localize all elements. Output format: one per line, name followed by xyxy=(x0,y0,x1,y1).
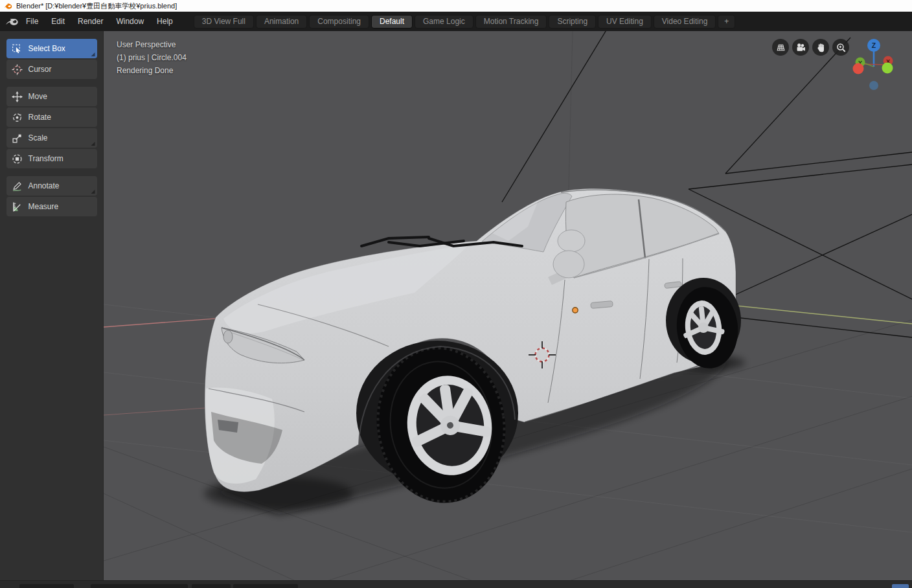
statusbar-partial-widget xyxy=(91,584,188,588)
move-icon xyxy=(12,91,23,102)
tab-scripting[interactable]: Scripting xyxy=(549,15,596,28)
select-box-icon xyxy=(12,43,23,54)
statusbar-partial-widget xyxy=(233,584,298,588)
toggle-ortho-grid-button[interactable] xyxy=(772,39,789,56)
tab-default[interactable]: Default xyxy=(371,15,413,28)
tab-animation[interactable]: Animation xyxy=(256,15,307,28)
blender-logo-icon-mono xyxy=(5,16,19,27)
tool-sidebar: Select Box Cursor Move Rotate xyxy=(0,31,104,580)
grid-ortho-icon xyxy=(776,43,786,52)
tool-label: Scale xyxy=(28,133,48,142)
tab-compositing[interactable]: Compositing xyxy=(309,15,369,28)
active-object-label: (1) prius | Circle.004 xyxy=(117,51,187,64)
gizmo-z-label: Z xyxy=(872,41,876,49)
blender-logo-icon xyxy=(4,2,12,10)
viewport-scene[interactable] xyxy=(104,31,912,580)
gizmo-x-negative[interactable] xyxy=(853,63,864,74)
annotate-icon xyxy=(12,181,23,192)
tool-cursor[interactable]: Cursor xyxy=(6,60,97,79)
tool-move[interactable]: Move xyxy=(6,87,97,106)
navigation-gizmo[interactable]: Z Y X xyxy=(848,31,901,93)
menu-render[interactable]: Render xyxy=(71,12,109,31)
subtool-corner-marker xyxy=(91,142,95,146)
tool-label: Select Box xyxy=(28,44,65,53)
statusbar-sliver xyxy=(0,580,912,588)
tool-label: Move xyxy=(28,92,47,101)
tool-label: Annotate xyxy=(28,181,60,190)
window-title: Blender* [D:¥blender¥豊田自動車学校¥prius.blend… xyxy=(16,1,177,11)
viewport-overlay-text: User Perspective (1) prius | Circle.004 … xyxy=(117,38,187,77)
tab-motion-tracking[interactable]: Motion Tracking xyxy=(475,15,547,28)
tab-game-logic[interactable]: Game Logic xyxy=(415,15,473,28)
3d-viewport[interactable]: User Perspective (1) prius | Circle.004 … xyxy=(104,31,912,580)
tool-label: Transform xyxy=(28,154,63,163)
tool-transform[interactable]: Transform xyxy=(6,149,97,168)
scale-icon xyxy=(12,133,23,144)
viewport-header-buttons xyxy=(772,39,849,56)
pan-hand-button[interactable] xyxy=(812,39,829,56)
tab-uv-editing[interactable]: UV Editing xyxy=(598,15,652,28)
object-origin-dot[interactable] xyxy=(573,308,578,313)
tool-annotate[interactable]: Annotate xyxy=(6,176,97,196)
gizmo-y-negative[interactable] xyxy=(882,63,893,74)
gizmo-z-negative[interactable] xyxy=(869,81,878,90)
prius-model[interactable] xyxy=(205,188,742,511)
view-name-label: User Perspective xyxy=(117,38,187,51)
tool-label: Measure xyxy=(28,202,59,211)
tool-measure[interactable]: Measure xyxy=(6,197,97,216)
front-emblem xyxy=(223,330,233,343)
menu-file[interactable]: File xyxy=(19,12,45,31)
camera-view-button[interactable] xyxy=(792,39,809,56)
hand-icon xyxy=(816,43,826,52)
magnifier-plus-icon xyxy=(836,43,846,52)
transform-icon xyxy=(12,153,23,164)
window-titlebar: Blender* [D:¥blender¥豊田自動車学校¥prius.blend… xyxy=(0,0,912,12)
zoom-button[interactable] xyxy=(832,39,849,56)
cursor-icon xyxy=(12,64,23,75)
statusbar-partial-widget-blue xyxy=(892,584,909,588)
menu-edit[interactable]: Edit xyxy=(45,12,71,31)
tool-rotate[interactable]: Rotate xyxy=(6,107,97,127)
tool-label: Rotate xyxy=(28,113,51,122)
menu-window[interactable]: Window xyxy=(109,12,150,31)
menu-help[interactable]: Help xyxy=(150,12,179,31)
tool-select-box[interactable]: Select Box xyxy=(6,39,97,58)
measure-icon xyxy=(12,201,23,212)
subtool-corner-marker xyxy=(91,190,95,194)
tab-3d-view-full[interactable]: 3D View Full xyxy=(194,15,254,28)
statusbar-partial-widget xyxy=(19,584,74,588)
tab-video-editing[interactable]: Video Editing xyxy=(654,15,716,28)
subtool-corner-marker xyxy=(91,52,95,56)
workspace-tabs: 3D View Full Animation Compositing Defau… xyxy=(194,15,736,28)
render-status-label: Rendering Done xyxy=(117,64,187,77)
camera-icon xyxy=(796,43,806,52)
add-workspace-button[interactable]: + xyxy=(718,15,735,28)
tool-label: Cursor xyxy=(28,65,52,74)
statusbar-partial-widget xyxy=(192,584,231,588)
topbar: File Edit Render Window Help 3D View Ful… xyxy=(0,12,912,31)
tool-scale[interactable]: Scale xyxy=(6,128,97,148)
rotate-icon xyxy=(12,112,23,123)
